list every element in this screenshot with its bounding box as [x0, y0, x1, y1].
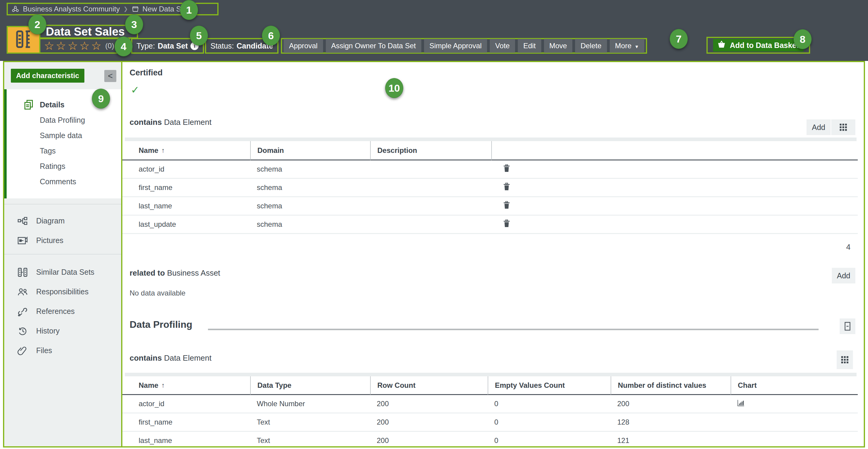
column-header-name[interactable]: Name↑ [122, 376, 250, 395]
section-divider [208, 329, 818, 330]
annotation-7: 7 [670, 29, 688, 49]
cell-data-type: Whole Number [250, 395, 370, 413]
trash-icon[interactable] [503, 219, 510, 229]
rating-stars[interactable]: ☆☆☆☆☆ [44, 40, 103, 52]
cell-domain[interactable]: schema [250, 179, 370, 197]
page-title: Data Set Sales [46, 25, 125, 38]
domain-icon [132, 5, 139, 13]
more-button[interactable]: More▼ [610, 39, 645, 53]
add-characteristic-button[interactable]: Add characteristic [11, 69, 84, 83]
contains-data-element-heading: contains Data Element [130, 118, 212, 127]
profiling-contains-heading: contains Data Element [130, 353, 212, 363]
cell-chart [731, 413, 858, 432]
column-header-empty-values[interactable]: Empty Values Count [488, 376, 611, 395]
cell-name[interactable]: first_name [122, 413, 250, 432]
rating-count: (0) [105, 41, 114, 50]
vote-button[interactable]: Vote [490, 39, 515, 53]
assign-owner-button[interactable]: Assign Owner To Data Set [326, 39, 421, 53]
cell-name[interactable]: actor_id [122, 160, 250, 179]
row-count: 4 [846, 242, 850, 252]
action-toolbar: Approval Assign Owner To Data Set Simple… [281, 38, 647, 54]
sidebar-item-comments[interactable]: Comments [7, 174, 121, 189]
annotation-3: 3 [125, 14, 143, 34]
table-top-band [125, 373, 857, 376]
cell-description [370, 179, 491, 197]
annotation-9: 9 [92, 89, 110, 109]
annotation-2: 2 [28, 14, 46, 34]
bar-chart-icon[interactable] [737, 399, 744, 408]
simple-approval-button[interactable]: Simple Approval [424, 39, 487, 53]
cell-row-count: 200 [370, 395, 488, 413]
cell-description [370, 216, 491, 234]
add-business-asset-button[interactable]: Add [832, 268, 855, 283]
trash-icon[interactable] [503, 164, 510, 174]
cell-name[interactable]: actor_id [122, 395, 250, 413]
cell-name[interactable]: last_name [122, 197, 250, 216]
sidebar-item-pictures[interactable]: Pictures [4, 231, 121, 250]
row-actions [491, 160, 858, 179]
cell-domain[interactable]: schema [250, 216, 370, 234]
grid-view-button[interactable] [831, 119, 855, 135]
data-set-icon [15, 30, 32, 50]
cell-row-count: 200 [370, 413, 488, 432]
sidebar-item-references[interactable]: References [4, 302, 121, 321]
cell-name[interactable]: last_update [122, 216, 250, 234]
delete-button[interactable]: Delete [575, 39, 607, 53]
breadcrumb-community[interactable]: Business Analysts Community [23, 5, 120, 13]
community-icon [11, 5, 19, 13]
sidebar-collapse-button[interactable]: < [104, 70, 116, 82]
cell-empty-values: 0 [488, 395, 611, 413]
cell-name[interactable]: first_name [122, 179, 250, 197]
certified-label: Certified [130, 68, 163, 78]
trash-icon[interactable] [503, 201, 510, 211]
sidebar: Add characteristic < Details Data Profil… [4, 62, 122, 446]
column-header-distinct-values[interactable]: Number of distinct values [611, 376, 731, 395]
collapse-section-button[interactable] [840, 319, 855, 334]
sidebar-item-diagram[interactable]: Diagram [4, 211, 121, 231]
row-actions [491, 197, 858, 216]
sidebar-item-history[interactable]: History [4, 321, 121, 341]
similar-data-sets-icon [18, 267, 28, 277]
sidebar-item-tags[interactable]: Tags [7, 143, 121, 159]
column-header-chart[interactable]: Chart [731, 376, 858, 395]
column-header-row-count[interactable]: Row Count [370, 376, 488, 395]
annotation-5: 5 [190, 26, 208, 46]
sidebar-item-sample-data[interactable]: Sample data [7, 128, 121, 143]
cell-domain[interactable]: schema [250, 197, 370, 216]
breadcrumb-separator-icon: ❯ [123, 6, 128, 12]
sidebar-item-data-profiling[interactable]: Data Profiling [7, 113, 121, 128]
sidebar-item-files[interactable]: Files [4, 341, 121, 360]
grid-view-button[interactable] [837, 350, 853, 369]
column-header-name[interactable]: Name↑ [122, 141, 250, 160]
annotation-10: 10 [385, 78, 403, 98]
approval-button[interactable]: Approval [284, 39, 323, 53]
sidebar-item-ratings[interactable]: Ratings [7, 159, 121, 174]
type-value: Data Set [158, 41, 188, 50]
cell-distinct-values: 200 [611, 395, 731, 413]
add-to-data-basket-button[interactable]: Add to Data Basket [713, 39, 804, 52]
add-data-element-button[interactable]: Add [807, 119, 831, 135]
column-header-description[interactable]: Description [370, 141, 491, 160]
row-actions [491, 216, 858, 234]
annotation-6: 6 [262, 26, 280, 46]
no-data-message: No data available [130, 289, 185, 297]
trash-icon[interactable] [503, 183, 510, 192]
pictures-icon [18, 236, 28, 245]
sidebar-item-similar-data-sets[interactable]: Similar Data Sets [4, 262, 121, 282]
sidebar-item-responsibilities[interactable]: Responsibilities [4, 282, 121, 302]
sort-up-icon: ↑ [161, 147, 164, 154]
annotation-8: 8 [794, 29, 812, 49]
column-header-data-type[interactable]: Data Type [250, 376, 370, 395]
edit-button[interactable]: Edit [518, 39, 541, 53]
column-header-actions [491, 141, 858, 160]
cell-name[interactable]: last_name [122, 432, 250, 446]
move-button[interactable]: Move [544, 39, 572, 53]
cell-domain[interactable]: schema [250, 160, 370, 179]
cell-description [370, 160, 491, 179]
references-icon [18, 307, 28, 316]
content-region: Add characteristic < Details Data Profil… [3, 61, 865, 448]
column-header-domain[interactable]: Domain [250, 141, 370, 160]
annotation-1: 1 [180, 0, 198, 20]
responsibilities-icon [18, 288, 28, 296]
table-top-band [125, 138, 857, 141]
